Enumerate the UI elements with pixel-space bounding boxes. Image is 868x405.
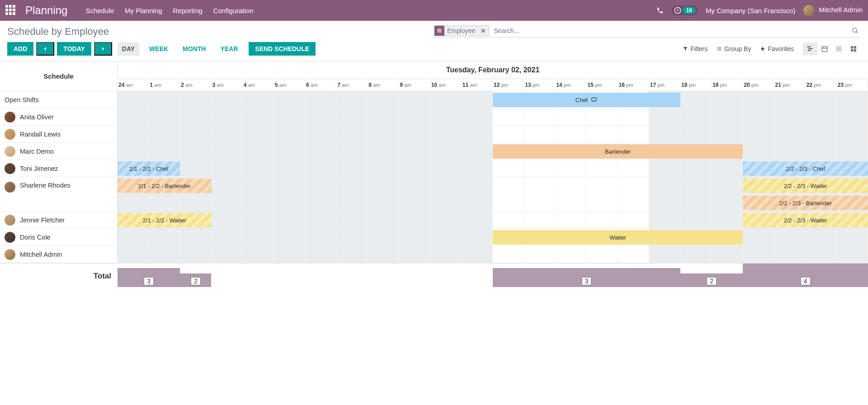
gantt-cell[interactable] (243, 91, 274, 108)
gantt-cell[interactable] (118, 91, 149, 108)
shift-pill[interactable]: Waiter (493, 230, 743, 245)
gantt-cell[interactable] (180, 108, 211, 125)
gantt-cell[interactable] (524, 108, 555, 125)
gantt-cell[interactable] (649, 108, 680, 125)
shift-pill[interactable]: 2/2 - 2/3 - Waiter (743, 213, 868, 227)
gantt-cell[interactable] (586, 160, 618, 177)
gantt-cell[interactable] (336, 229, 368, 245)
scale-month[interactable]: MONTH (178, 42, 210, 56)
gantt-cell[interactable] (837, 126, 868, 142)
gantt-cell[interactable] (180, 160, 211, 177)
gantt-cell[interactable] (493, 108, 524, 125)
gantt-cell[interactable] (180, 126, 211, 142)
gantt-cell[interactable] (368, 229, 399, 245)
gantt-row-grid[interactable]: Chef (118, 91, 868, 108)
gantt-cell[interactable] (743, 126, 774, 142)
gantt-cell[interactable] (743, 246, 774, 263)
gantt-cell[interactable] (243, 246, 274, 263)
gantt-cell[interactable] (680, 91, 712, 108)
shift-pill[interactable]: 2/2 - 2/3 - Chef (743, 161, 868, 176)
gantt-row-grid[interactable]: Bartender (118, 143, 868, 160)
gantt-cell[interactable] (368, 177, 399, 211)
gantt-row-label[interactable]: Sharlene Rhodes (0, 177, 118, 212)
search-bar[interactable]: Employee ✕ (434, 25, 861, 38)
gantt-cell[interactable] (211, 177, 242, 211)
user-menu[interactable]: Mitchell Admin (803, 5, 863, 16)
shift-pill[interactable]: 2/1 - 2/2 - Chef (118, 161, 180, 176)
gantt-cell[interactable] (211, 143, 242, 160)
gantt-cell[interactable] (243, 126, 274, 142)
gantt-cell[interactable] (305, 229, 336, 245)
gantt-cell[interactable] (493, 126, 524, 142)
gantt-cell[interactable] (618, 108, 649, 125)
shift-pill[interactable]: Chef (493, 93, 680, 107)
gantt-cell[interactable] (712, 246, 743, 263)
gantt-cell[interactable] (243, 143, 274, 160)
gantt-cell[interactable] (462, 126, 493, 142)
gantt-row-label[interactable]: Toni Jimenez (0, 160, 118, 177)
gantt-cell[interactable] (806, 91, 837, 108)
gantt-cell[interactable] (555, 108, 586, 125)
gantt-cell[interactable] (712, 212, 743, 228)
apps-icon[interactable] (5, 5, 16, 16)
scale-week[interactable]: WEEK (145, 42, 173, 56)
gantt-cell[interactable] (305, 126, 336, 142)
gantt-cell[interactable] (806, 126, 837, 142)
view-kanban[interactable] (846, 42, 861, 55)
gantt-cell[interactable] (399, 143, 430, 160)
gantt-cell[interactable] (305, 246, 336, 263)
next-button[interactable] (94, 42, 112, 56)
gantt-cell[interactable] (149, 229, 180, 245)
view-list[interactable] (832, 42, 846, 55)
gantt-cell[interactable] (430, 143, 462, 160)
facet-remove-icon[interactable]: ✕ (478, 26, 489, 35)
gantt-cell[interactable] (399, 108, 430, 125)
gantt-cell[interactable] (243, 160, 274, 177)
gantt-cell[interactable] (368, 91, 399, 108)
gantt-cell[interactable] (274, 143, 305, 160)
gantt-cell[interactable] (586, 246, 618, 263)
gantt-cell[interactable] (274, 91, 305, 108)
send-schedule-button[interactable]: SEND SCHEDULE (249, 42, 316, 56)
gantt-cell[interactable] (649, 160, 680, 177)
gantt-cell[interactable] (743, 143, 774, 160)
search-icon[interactable] (850, 27, 861, 34)
gantt-cell[interactable] (555, 246, 586, 263)
gantt-cell[interactable] (712, 91, 743, 108)
gantt-cell[interactable] (680, 212, 712, 228)
scale-year[interactable]: YEAR (216, 42, 242, 56)
gantt-cell[interactable] (336, 212, 368, 228)
phone-icon[interactable] (656, 7, 664, 14)
gantt-cell[interactable] (524, 212, 555, 228)
gantt-cell[interactable] (712, 177, 743, 211)
gantt-cell[interactable] (712, 108, 743, 125)
gantt-cell[interactable] (149, 143, 180, 160)
gantt-cell[interactable] (211, 108, 242, 125)
gantt-cell[interactable] (680, 108, 712, 125)
gantt-cell[interactable] (368, 160, 399, 177)
gantt-cell[interactable] (118, 229, 149, 245)
gantt-cell[interactable] (180, 143, 211, 160)
gantt-cell[interactable] (305, 160, 336, 177)
gantt-cell[interactable] (837, 91, 868, 108)
gantt-cell[interactable] (118, 143, 149, 160)
view-gantt[interactable] (803, 42, 817, 55)
gantt-cell[interactable] (555, 160, 586, 177)
gantt-row-label[interactable]: Anita Oliver (0, 108, 118, 126)
gantt-cell[interactable] (399, 160, 430, 177)
gantt-cell[interactable] (368, 143, 399, 160)
gantt-row-grid[interactable]: 2/1 - 2/2 - Chef2/2 - 2/3 - Chef (118, 160, 868, 177)
gantt-cell[interactable] (430, 91, 462, 108)
gantt-cell[interactable] (305, 212, 336, 228)
menu-my-planning[interactable]: My Planning (125, 7, 162, 14)
gantt-cell[interactable] (211, 126, 242, 142)
gantt-cell[interactable] (305, 91, 336, 108)
company-selector[interactable]: My Company (San Francisco) (706, 7, 795, 14)
gantt-cell[interactable] (774, 108, 805, 125)
gantt-cell[interactable] (274, 246, 305, 263)
gantt-cell[interactable] (430, 177, 462, 211)
gantt-cell[interactable] (274, 126, 305, 142)
gantt-cell[interactable] (180, 229, 211, 245)
gantt-cell[interactable] (555, 126, 586, 142)
gantt-cell[interactable] (149, 108, 180, 125)
